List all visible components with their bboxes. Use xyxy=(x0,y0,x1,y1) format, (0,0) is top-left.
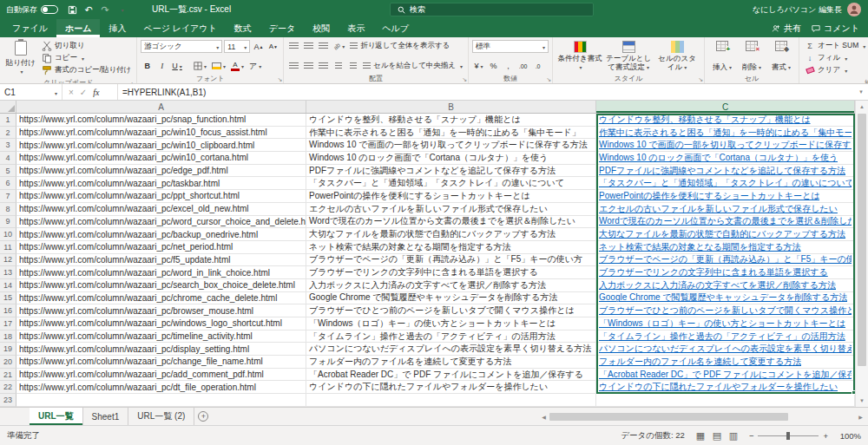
delete-cells-button[interactable]: × 削除 xyxy=(738,39,766,73)
ribbon-tab-file[interactable]: ファイル xyxy=(3,19,56,37)
hyperlink[interactable]: Windows 10 で画面の一部を切り取ってクリップボードに保存する方法 xyxy=(599,139,852,151)
cell-c5[interactable]: PDFファイルに強調線やコメントなどを追記して保存する方法 xyxy=(596,165,855,178)
normal-view-button[interactable]: ▦ xyxy=(694,430,707,442)
cell-a7[interactable]: https://www.yrl.com/column/wazaari_pc/pp… xyxy=(16,190,306,203)
hyperlink[interactable]: 大切なファイルを最新の状態で自動的にバックアップする方法 xyxy=(599,228,845,240)
fill-color-button[interactable] xyxy=(210,60,227,72)
currency-button[interactable]: ¥ xyxy=(472,60,485,72)
page-break-view-button[interactable]: ▥ xyxy=(727,430,740,442)
autosave-control[interactable]: 自動保存 xyxy=(0,4,64,16)
zoom-slider[interactable] xyxy=(758,431,819,441)
cell-c3[interactable]: Windows 10 で画面の一部を切り取ってクリップボードに保存する方法 xyxy=(596,139,855,152)
cell-b17[interactable]: 「Windows（ロゴ）キー」の使い方とショートカットキーとは xyxy=(306,317,596,330)
scroll-left-arrow[interactable]: ◀ xyxy=(538,414,549,420)
increase-decimal-button[interactable]: .00 xyxy=(516,60,529,72)
decrease-indent-button[interactable] xyxy=(332,60,345,72)
cut-button[interactable]: 切り取り xyxy=(40,40,133,52)
cell-b22[interactable]: ウインドウの下に隠れたファイルやフォルダーを操作したい xyxy=(306,381,596,394)
cell-c14[interactable]: 入力ボックスに入力済みの文字すべてを選択／削除する方法 xyxy=(596,279,855,292)
cell-a23[interactable] xyxy=(16,394,306,407)
borders-button[interactable] xyxy=(192,60,208,72)
zoom-slider-handle[interactable] xyxy=(786,432,790,440)
hyperlink[interactable]: 「Windows（ロゴ）キー」の使い方とショートカットキーとは xyxy=(599,317,845,330)
row-header-22[interactable]: 22 xyxy=(0,381,16,394)
hyperlink[interactable]: ブラウザーでページの「更新（再読み込み）」と「F5」キーの使い方 xyxy=(599,254,852,266)
cell-c6[interactable]: 「タスクバー」と「通知領域」「タスクトレイ」の違いについて xyxy=(596,177,855,190)
number-format-combo[interactable]: 標準 xyxy=(472,40,549,53)
row-header-13[interactable]: 13 xyxy=(0,266,16,279)
cell-a15[interactable]: https://www.yrl.com/column/wazaari_pc/ch… xyxy=(16,292,306,305)
vertical-scroll-track[interactable] xyxy=(856,113,868,395)
vertical-scrollbar[interactable]: ▲ ▼ xyxy=(855,101,868,407)
cell-a5[interactable]: https://www.yrl.com/column/wazaari_pc/ed… xyxy=(16,165,306,178)
hyperlink[interactable]: Windows 10 のロック画面で「Cortana（コルタナ）」を使う xyxy=(599,152,838,164)
cell-b4[interactable]: Windows 10 のロック画面で「Cortana（コルタナ）」を使う xyxy=(306,152,596,165)
undo-button[interactable]: ↶ xyxy=(81,2,96,17)
hyperlink[interactable]: 入力ボックスに入力済みの文字すべてを選択／削除する方法 xyxy=(599,279,836,291)
styles-dialog-launcher[interactable]: ↘ xyxy=(698,76,703,82)
copy-button[interactable]: コピー xyxy=(40,52,133,64)
ribbon-tab-insert[interactable]: 挿入 xyxy=(100,19,135,37)
scroll-up-arrow[interactable]: ▲ xyxy=(856,101,868,113)
hyperlink[interactable]: Google Chrome で閲覧履歴やキャッシュデータを削除する方法 xyxy=(599,292,847,304)
cell-a4[interactable]: https://www.yrl.com/column/wazaari_pc/wi… xyxy=(16,152,306,165)
increase-font-button[interactable]: A▲ xyxy=(252,41,265,53)
cell-b19[interactable]: パソコンにつないだディスプレイへの表示設定を素早く切り替える方法 xyxy=(306,343,596,356)
sheet-nav-right-button[interactable] xyxy=(15,408,30,425)
row-header-4[interactable]: 4 xyxy=(0,152,16,165)
cell-b23[interactable] xyxy=(306,394,596,407)
cell-c13[interactable]: ブラウザーでリンクの文字列中に含まれる単語を選択する xyxy=(596,266,855,279)
row-header-3[interactable]: 3 xyxy=(0,139,16,152)
row-header-18[interactable]: 18 xyxy=(0,330,16,344)
cell-b6[interactable]: 「タスクバー」と「通知領域」「タスクトレイ」の違いについて xyxy=(306,177,596,190)
ribbon-tab-help[interactable]: ヘルプ xyxy=(373,19,418,37)
row-header-9[interactable]: 9 xyxy=(0,216,16,229)
row-header-11[interactable]: 11 xyxy=(0,241,16,254)
cell-b2[interactable]: 作業中に表示されると困る「通知」を一時的に止める「集中モード」 xyxy=(306,127,596,140)
hyperlink[interactable]: パソコンにつないだディスプレイへの表示設定を素早く切り替える方法 xyxy=(599,343,852,355)
row-header-19[interactable]: 19 xyxy=(0,343,16,356)
hyperlink[interactable]: ネット検索で結果の対象となる期間を指定する方法 xyxy=(599,241,801,253)
cell-a1[interactable]: https://www.yrl.com/column/wazaari_pc/sn… xyxy=(16,114,306,127)
cell-c12[interactable]: ブラウザーでページの「更新（再読み込み）」と「F5」キーの使い方 xyxy=(596,254,855,267)
cell-b7[interactable]: PowerPointの操作を便利にするショートカットキーとは xyxy=(306,190,596,203)
font-name-combo[interactable]: 游ゴシック xyxy=(141,40,222,53)
comma-button[interactable]: , xyxy=(502,60,515,72)
cell-b5[interactable]: PDFファイルに強調線やコメントなどを追記して保存する方法 xyxy=(306,165,596,178)
name-box[interactable]: C1 xyxy=(0,84,62,100)
ribbon-tab-data[interactable]: データ xyxy=(260,19,304,37)
cell-c17[interactable]: 「Windows（ロゴ）キー」の使い方とショートカットキーとは xyxy=(596,317,855,330)
cell-c15[interactable]: Google Chrome で閲覧履歴やキャッシュデータを削除する方法 xyxy=(596,292,855,305)
font-dialog-launcher[interactable]: ↘ xyxy=(277,76,282,82)
cell-c16[interactable]: ブラウザーでひとつ前のページを新しいタブで開くマウス操作とは xyxy=(596,304,855,317)
insert-cells-button[interactable]: + 挿入 xyxy=(708,39,736,73)
cell-b3[interactable]: Windows 10 で画面の一部を切り取ってクリップボードに保存する方法 xyxy=(306,139,596,152)
cell-a12[interactable]: https://www.yrl.com/column/wazaari_pc/f5… xyxy=(16,254,306,267)
scroll-down-arrow[interactable]: ▼ xyxy=(856,395,868,407)
column-header-a[interactable]: A xyxy=(16,101,306,113)
clear-button[interactable]: クリア xyxy=(803,64,867,76)
cell-c19[interactable]: パソコンにつないだディスプレイへの表示設定を素早く切り替える方法 xyxy=(596,343,855,356)
ribbon-tab-review[interactable]: 校閲 xyxy=(304,19,339,37)
cell-b1[interactable]: ウインドウを整列、移動させる「スナップ」機能とは xyxy=(306,114,596,127)
align-middle-button[interactable] xyxy=(302,40,315,52)
hyperlink[interactable]: 作業中に表示されると困る「通知」を一時的に止める「集中モード」 xyxy=(599,127,852,139)
cell-a21[interactable]: https://www.yrl.com/column/wazaari_pc/ad… xyxy=(16,369,306,382)
scroll-right-arrow[interactable]: ▶ xyxy=(855,414,866,420)
cancel-button[interactable]: × xyxy=(69,88,74,97)
decrease-font-button[interactable]: A▼ xyxy=(266,41,279,53)
share-button[interactable]: 共有 xyxy=(772,23,801,35)
cell-a2[interactable]: https://www.yrl.com/column/wazaari_pc/wi… xyxy=(16,127,306,140)
fill-button[interactable]: ↓ フィル xyxy=(803,52,867,64)
increase-indent-button[interactable] xyxy=(346,60,359,72)
cell-a10[interactable]: https://www.yrl.com/column/wazaari_pc/ba… xyxy=(16,228,306,241)
cell-a16[interactable]: https://www.yrl.com/column/wazaari_pc/br… xyxy=(16,304,306,317)
cell-a14[interactable]: https://www.yrl.com/column/wazaari_pc/se… xyxy=(16,279,306,292)
hyperlink[interactable]: エクセルの古いファイルを新しいファイル形式で保存したい xyxy=(599,203,838,215)
percent-button[interactable]: % xyxy=(487,60,500,72)
row-header-23[interactable]: 23 xyxy=(0,394,16,407)
row-header-6[interactable]: 6 xyxy=(0,177,16,190)
cell-c9[interactable]: Wordで現在のカーソル位置から文書の最後までを選択＆削除したい xyxy=(596,216,855,229)
row-header-5[interactable]: 5 xyxy=(0,165,16,178)
cell-b18[interactable]: 「タイムライン」操作と過去の「アクティビティ」の活用方法 xyxy=(306,330,596,344)
